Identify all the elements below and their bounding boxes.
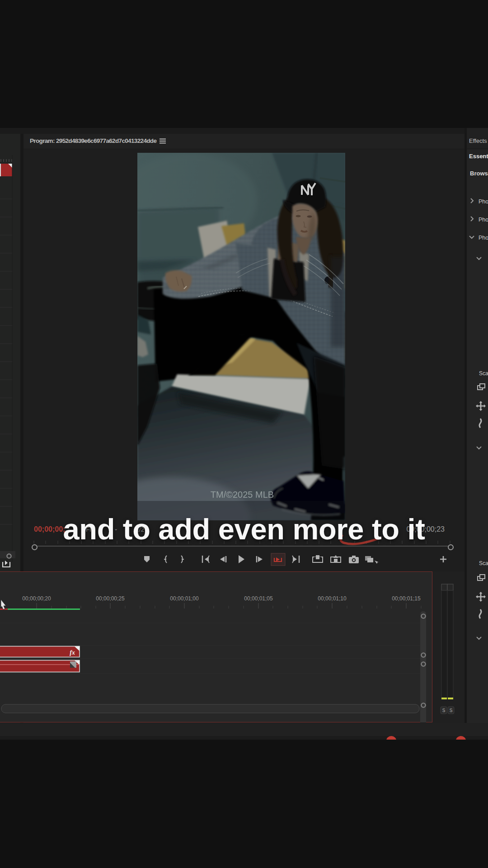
svg-text:Sca: Sca [479, 560, 488, 566]
svg-text:00;00;01;15: 00;00;01;15 [392, 595, 421, 602]
svg-text:Essentia: Essentia [469, 153, 488, 160]
svg-text:00;00;01;10: 00;00;01;10 [318, 595, 347, 602]
svg-text:00;00;00;20: 00;00;00;20 [22, 595, 51, 602]
svg-text:Pho: Pho [479, 217, 488, 223]
svg-text:Pho: Pho [479, 235, 488, 241]
svg-text:Sca: Sca [479, 370, 488, 377]
svg-text:Browse: Browse [470, 170, 488, 177]
svg-text:00;00;00;25: 00;00;00;25 [96, 595, 125, 602]
svg-text:S: S [442, 708, 446, 713]
svg-text:S: S [450, 708, 453, 713]
svg-text:Pho: Pho [479, 198, 488, 205]
svg-text:00;00;01;00: 00;00;01;00 [170, 595, 199, 602]
svg-text:fx: fx [70, 649, 75, 656]
svg-text:00;00;01;05: 00;00;01;05 [244, 595, 273, 602]
svg-text:Effects: Effects [469, 137, 487, 144]
